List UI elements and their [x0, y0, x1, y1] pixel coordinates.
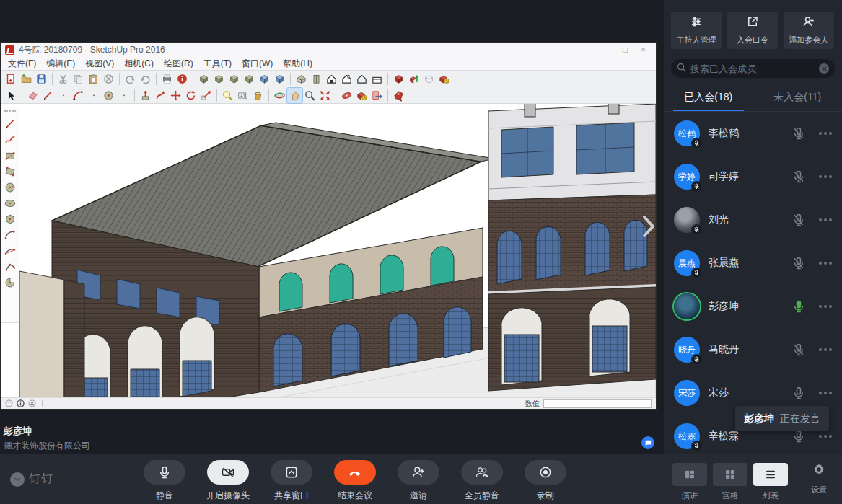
toolbar-tool-icon[interactable] — [250, 88, 266, 103]
toolbar-tool-icon[interactable] — [220, 88, 235, 103]
menu-item[interactable]: 工具(T) — [203, 58, 232, 70]
toolbar-tool-icon[interactable] — [339, 88, 354, 103]
toolbar-tool-icon[interactable] — [324, 71, 339, 87]
toolbar-tool-icon[interactable] — [242, 71, 257, 87]
control-button[interactable]: 静音 — [133, 460, 196, 502]
toolbar-tool-icon[interactable] — [25, 88, 40, 103]
menu-item[interactable]: 编辑(E) — [46, 58, 75, 70]
toolbar-tool-icon[interactable] — [272, 71, 287, 87]
toolbar-tool-icon[interactable] — [4, 88, 19, 103]
control-button[interactable]: 共享窗口 — [260, 460, 323, 502]
control-button[interactable]: 邀请 — [387, 460, 450, 502]
close-button[interactable]: × — [641, 45, 646, 55]
toolbar-tool-icon[interactable] — [56, 71, 71, 87]
more-options-icon[interactable] — [819, 175, 832, 178]
geolocation-icon[interactable] — [5, 399, 13, 407]
toolbar-tool-icon[interactable] — [101, 71, 116, 87]
drawing-tool-icon[interactable] — [2, 148, 18, 164]
toolbar-tool-icon[interactable] — [421, 71, 437, 87]
panel-action-button[interactable]: 入会口令 — [727, 12, 778, 49]
toolbar-tool-icon[interactable] — [198, 88, 214, 103]
toolbar-tool-icon[interactable] — [317, 88, 333, 103]
participant-row[interactable]: 学婷 司学婷 — [664, 155, 842, 198]
toolbar-tool-icon[interactable] — [257, 71, 272, 87]
toolbar-tool-icon[interactable] — [19, 71, 34, 87]
drawing-tool-icon[interactable] — [2, 180, 18, 195]
toolbar-tool-icon[interactable] — [175, 71, 190, 87]
menu-item[interactable]: 视图(V) — [85, 58, 114, 70]
toolbar-tool-icon[interactable] — [71, 88, 86, 103]
search-input[interactable] — [690, 63, 815, 74]
toolbar-tool-icon[interactable] — [86, 71, 101, 87]
control-button[interactable]: 录制 — [514, 460, 577, 502]
toolbar-tool-icon[interactable] — [159, 71, 175, 87]
next-screen-arrow-icon[interactable] — [639, 211, 658, 242]
participant-mic-icon[interactable] — [791, 342, 806, 357]
participant-row[interactable]: 彭彦坤 — [664, 285, 842, 328]
toolbar-tool-icon[interactable] — [34, 71, 49, 87]
drawing-tool-icon[interactable] — [2, 227, 18, 243]
toolbar-tool-icon[interactable] — [369, 71, 385, 87]
toolbar-tool-icon[interactable] — [101, 88, 116, 103]
toolbar-tool-icon[interactable] — [354, 71, 369, 87]
toolbar-tool-icon[interactable] — [391, 71, 406, 87]
drawing-tool-icon[interactable] — [2, 243, 18, 259]
view-mode-button[interactable]: 宫格 — [713, 463, 747, 501]
toolbar-tool-icon[interactable] — [168, 88, 183, 103]
control-button[interactable]: 开启摄像头 — [196, 460, 260, 502]
participant-mic-icon[interactable] — [791, 213, 806, 227]
toolbar-tool-icon[interactable] — [294, 71, 309, 87]
menu-item[interactable]: 绘图(R) — [164, 58, 193, 70]
toolbar-tool-icon[interactable] — [71, 71, 86, 87]
toolbar-tool-icon[interactable] — [40, 88, 56, 103]
menu-item[interactable]: 帮助(H) — [283, 58, 312, 70]
more-options-icon[interactable] — [819, 392, 832, 394]
drawing-tool-icon[interactable] — [2, 275, 18, 291]
view-mode-button[interactable]: 演讲 — [672, 463, 707, 501]
clear-search-icon[interactable] — [819, 63, 829, 74]
toolbar-tool-icon[interactable] — [354, 88, 369, 103]
settings-button[interactable]: 设置 — [803, 463, 835, 495]
participant-row[interactable]: 刘光 — [664, 198, 842, 242]
drawing-tool-icon[interactable] — [2, 259, 18, 275]
credits-icon[interactable] — [17, 399, 25, 407]
more-options-icon[interactable] — [819, 262, 832, 265]
participant-row[interactable]: 松鹤 李松鹤 — [664, 112, 842, 155]
participant-row[interactable]: 晓丹 马晓丹 — [664, 328, 842, 371]
participant-mic-icon[interactable] — [791, 429, 806, 443]
view-mode-button[interactable]: 列表 — [753, 463, 788, 501]
member-tab[interactable]: 未入会(11) — [753, 85, 842, 111]
toolbar-tool-icon[interactable] — [339, 71, 354, 87]
menu-item[interactable]: 相机(C) — [124, 58, 154, 70]
drawing-tool-icon[interactable] — [2, 164, 18, 180]
drawing-tool-icon[interactable] — [2, 132, 18, 148]
toolbar-tool-icon[interactable] — [391, 88, 406, 103]
participant-mic-icon[interactable] — [791, 126, 806, 141]
maximize-button[interactable]: □ — [623, 45, 628, 55]
menu-item[interactable]: 文件(F) — [8, 58, 36, 70]
more-options-icon[interactable] — [819, 132, 832, 135]
measurement-input[interactable] — [543, 399, 652, 408]
drawing-tool-icon[interactable] — [2, 116, 18, 132]
toolbar-tool-icon[interactable] — [138, 88, 153, 103]
toolbar-tool-icon[interactable] — [272, 88, 287, 103]
member-tab[interactable]: 已入会(18) — [664, 85, 753, 111]
control-button[interactable]: 全员静音 — [450, 460, 514, 502]
toolbar-tool-icon[interactable] — [309, 71, 324, 87]
toolbar-tool-icon[interactable] — [196, 71, 211, 87]
drawing-tool-icon[interactable] — [2, 211, 18, 227]
more-options-icon[interactable] — [819, 435, 832, 438]
toolbar-tool-icon[interactable] — [302, 88, 317, 103]
toolbar-tool-icon[interactable] — [369, 88, 385, 103]
more-options-icon[interactable] — [819, 348, 832, 351]
chat-bubble-icon[interactable] — [641, 436, 654, 449]
participant-mic-icon[interactable] — [791, 299, 806, 314]
toolbar-tool-icon[interactable] — [86, 88, 101, 103]
more-options-icon[interactable] — [819, 305, 832, 308]
toolbar-tool-icon[interactable] — [406, 71, 421, 87]
panel-action-button[interactable]: 添加参会人 — [784, 12, 834, 49]
toolbar-tool-icon[interactable] — [153, 88, 168, 103]
toolbar-tool-icon[interactable] — [138, 71, 153, 87]
toolbar-tool-icon[interactable] — [4, 71, 19, 87]
participant-mic-icon[interactable] — [791, 386, 806, 400]
